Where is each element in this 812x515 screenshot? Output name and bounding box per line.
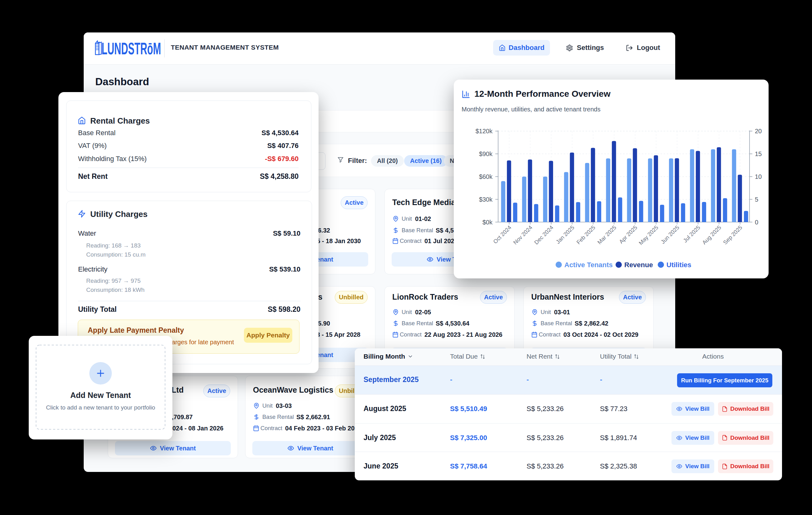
svg-text:0: 0 <box>755 219 758 226</box>
svg-text:$0k: $0k <box>483 219 493 226</box>
svg-text:Dec 2024: Dec 2024 <box>533 224 555 246</box>
svg-text:Aug 2025: Aug 2025 <box>701 224 723 246</box>
svg-text:Sep 2025: Sep 2025 <box>722 224 744 246</box>
svg-text:Jan 2025: Jan 2025 <box>555 224 576 245</box>
svg-text:5: 5 <box>755 196 758 203</box>
svg-text:Feb 2025: Feb 2025 <box>575 224 597 246</box>
svg-text:Apr 2025: Apr 2025 <box>618 224 639 245</box>
svg-text:Revenue: Revenue <box>624 261 653 269</box>
svg-text:$60k: $60k <box>479 173 493 180</box>
svg-text:$30k: $30k <box>479 196 493 203</box>
svg-text:Jul 2025: Jul 2025 <box>682 224 701 244</box>
svg-text:Nov 2024: Nov 2024 <box>512 224 534 246</box>
svg-text:$120k: $120k <box>476 128 493 134</box>
svg-text:Utilities: Utilities <box>666 261 691 269</box>
svg-text:Jun 2025: Jun 2025 <box>660 224 680 245</box>
svg-text:10: 10 <box>755 173 762 180</box>
svg-text:$90k: $90k <box>479 150 493 157</box>
svg-text:Mar 2025: Mar 2025 <box>596 224 617 246</box>
svg-text:20: 20 <box>755 128 762 134</box>
svg-text:Oct 2024: Oct 2024 <box>492 224 513 245</box>
svg-text:Active Tenants: Active Tenants <box>564 261 613 269</box>
svg-text:15: 15 <box>755 150 762 157</box>
svg-text:May 2025: May 2025 <box>638 224 660 246</box>
